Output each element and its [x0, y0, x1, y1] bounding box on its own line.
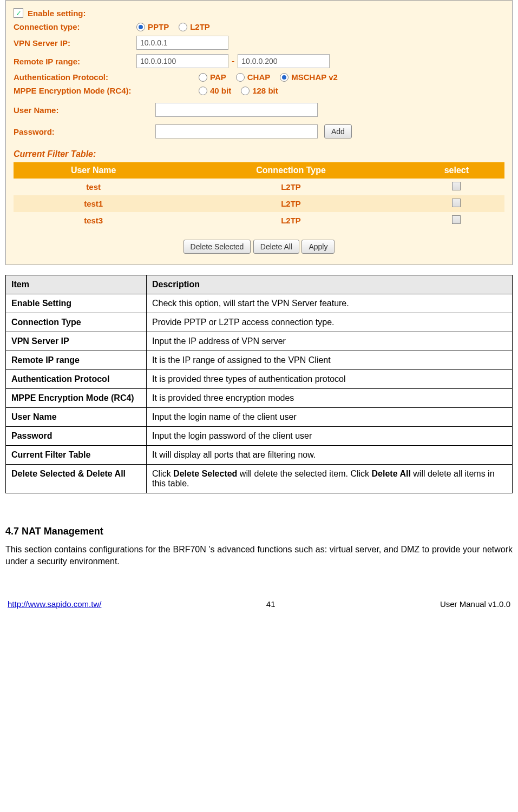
enable-setting-label: Enable setting: — [28, 9, 86, 18]
table-row: Authentication ProtocolIt is provided th… — [6, 370, 513, 389]
footer-page-number: 41 — [266, 599, 276, 609]
remote-ip-label: Remote IP range: — [14, 57, 130, 66]
col-select: select — [409, 162, 504, 179]
vpn-settings-panel: ✓ Enable setting: Connection type: PPTP … — [5, 0, 513, 265]
radio-icon — [179, 23, 187, 31]
row-select-checkbox[interactable] — [452, 182, 461, 190]
apply-button[interactable]: Apply — [301, 240, 335, 254]
remote-ip-end-input[interactable] — [238, 54, 330, 68]
remote-ip-start-input[interactable] — [136, 54, 228, 68]
radio-icon — [136, 23, 145, 31]
footer-url[interactable]: http://www.sapido.com.tw/ — [8, 599, 101, 609]
enable-setting-checkbox[interactable]: ✓ — [14, 8, 23, 18]
vpn-server-ip-label: VPN Server IP: — [14, 38, 130, 48]
table-row: Enable SettingCheck this option, will st… — [6, 294, 513, 313]
desc-header-item: Item — [6, 275, 147, 294]
table-row: User NameInput the login name of the cli… — [6, 408, 513, 427]
radio-pptp[interactable]: PPTP — [136, 22, 169, 31]
table-row: Delete Selected & Delete AllClick Delete… — [6, 465, 513, 493]
username-input[interactable] — [155, 103, 318, 117]
radio-icon — [280, 73, 288, 82]
radio-pap[interactable]: PAP — [199, 72, 226, 82]
range-dash: - — [232, 56, 234, 66]
table-row: VPN Server IPInput the IP address of VPN… — [6, 332, 513, 351]
password-label: Password: — [14, 127, 149, 136]
radio-mschapv2[interactable]: MSCHAP v2 — [280, 72, 338, 82]
radio-icon — [241, 87, 250, 95]
delete-selected-button[interactable]: Delete Selected — [183, 240, 251, 254]
current-filter-heading: Current Filter Table: — [14, 149, 504, 159]
table-row: test1 L2TP — [14, 195, 504, 212]
radio-128bit[interactable]: 128 bit — [241, 86, 278, 95]
section-heading: 4.7 NAT Management — [5, 526, 513, 537]
row-select-checkbox[interactable] — [452, 215, 461, 224]
username-label: User Name: — [14, 105, 149, 115]
radio-icon — [236, 73, 245, 82]
connection-type-label: Connection type: — [14, 22, 130, 31]
password-input[interactable] — [155, 124, 318, 138]
table-row: test3 L2TP — [14, 212, 504, 229]
add-button[interactable]: Add — [324, 124, 352, 138]
page-footer: http://www.sapido.com.tw/ 41 User Manual… — [5, 599, 513, 614]
filter-table: User Name Connection Type select test L2… — [14, 162, 504, 229]
footer-manual-version: User Manual v1.0.0 — [440, 599, 510, 609]
mppe-group: 40 bit 128 bit — [199, 86, 278, 95]
col-username: User Name — [14, 162, 173, 179]
row-select-checkbox[interactable] — [452, 199, 461, 207]
mppe-label: MPPE Encryption Mode (RC4): — [14, 86, 192, 95]
radio-chap[interactable]: CHAP — [236, 72, 271, 82]
table-row: MPPE Encryption Mode (RC4)It is provided… — [6, 389, 513, 408]
vpn-server-ip-input[interactable] — [136, 36, 228, 50]
col-connection-type: Connection Type — [173, 162, 408, 179]
desc-header-description: Description — [147, 275, 513, 294]
delete-all-button[interactable]: Delete All — [253, 240, 299, 254]
radio-40bit[interactable]: 40 bit — [199, 86, 231, 95]
table-row: Remote IP rangeIt is the IP range of ass… — [6, 351, 513, 370]
radio-icon — [199, 87, 207, 95]
connection-type-group: PPTP L2TP — [136, 22, 210, 31]
auth-protocol-group: PAP CHAP MSCHAP v2 — [199, 72, 338, 82]
table-row: test L2TP — [14, 179, 504, 195]
description-table: Item Description Enable SettingCheck thi… — [5, 275, 513, 493]
section-text: This section contains configurations for… — [5, 544, 513, 567]
table-row: PasswordInput the login password of the … — [6, 427, 513, 446]
table-row: Connection TypeProvide PPTP or L2TP acce… — [6, 313, 513, 332]
auth-protocol-label: Authentication Protocol: — [14, 72, 192, 82]
radio-l2tp[interactable]: L2TP — [179, 22, 210, 31]
radio-icon — [199, 73, 207, 82]
table-row: Current Filter TableIt will display all … — [6, 446, 513, 465]
